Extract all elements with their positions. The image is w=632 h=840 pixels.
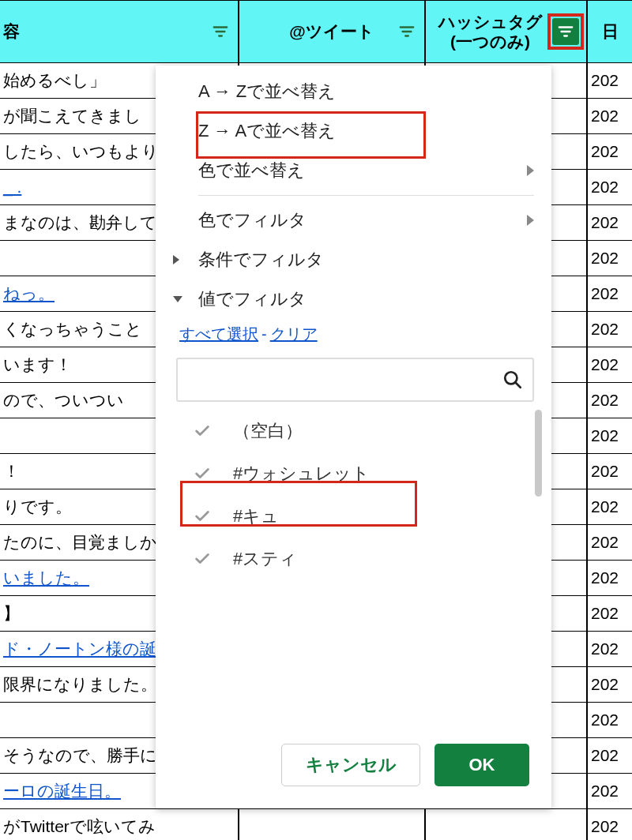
filter-by-condition-label: 条件でフィルタ	[198, 248, 324, 272]
filter-by-value-label: 値でフィルタ	[198, 287, 307, 311]
filter-dropdown-panel: A → Zで並べ替え Z → Aで並べ替え 色で並べ替え 色でフィルタ 条件でフ…	[156, 66, 551, 808]
cell-date[interactable]: 202	[587, 703, 632, 738]
search-icon[interactable]	[502, 369, 523, 390]
header-date[interactable]: 日	[587, 0, 632, 63]
header-content[interactable]: 容	[0, 0, 239, 63]
ok-button[interactable]: OK	[434, 744, 529, 786]
filter-value-label: #スティ	[233, 547, 297, 571]
svg-line-1	[515, 382, 521, 388]
cell-date[interactable]: 202	[587, 809, 632, 840]
filter-value-item[interactable]: #キュ	[176, 495, 540, 538]
cell-date[interactable]: 202	[587, 489, 632, 525]
cell-date[interactable]: 202	[587, 170, 632, 205]
cell-date[interactable]: 202	[587, 738, 632, 774]
cell-date[interactable]: 202	[587, 525, 632, 561]
filter-by-value[interactable]: 値でフィルタ	[156, 279, 551, 319]
filter-by-color-label: 色でフィルタ	[198, 208, 307, 232]
cell-content[interactable]: がTwitterで呟いてみ	[0, 809, 239, 840]
check-icon	[194, 422, 211, 440]
cell-date[interactable]: 202	[587, 418, 632, 454]
cancel-button[interactable]: キャンセル	[281, 744, 420, 786]
check-icon	[194, 465, 211, 482]
header-hashtag[interactable]: ハッシュタグ (一つのみ)	[425, 0, 587, 63]
cell-tweet[interactable]	[239, 809, 425, 840]
filter-by-condition[interactable]: 条件でフィルタ	[156, 240, 551, 279]
filter-search-box[interactable]	[176, 358, 534, 402]
filter-value-item[interactable]: #ウォシュレット	[176, 452, 540, 495]
header-hashtag-line2: (一つのみ)	[450, 32, 530, 51]
cell-date[interactable]: 202	[587, 632, 632, 667]
header-content-label: 容	[3, 21, 20, 43]
cell-hashtag[interactable]	[425, 809, 587, 840]
dialog-button-row: キャンセル OK	[156, 728, 551, 808]
cell-date[interactable]: 202	[587, 347, 632, 383]
sort-by-color-label: 色で並べ替え	[198, 159, 305, 182]
cell-date[interactable]: 202	[587, 596, 632, 632]
cell-date[interactable]: 202	[587, 276, 632, 312]
cell-date[interactable]: 202	[587, 561, 632, 596]
cell-date[interactable]: 202	[587, 99, 632, 134]
filter-icon[interactable]	[397, 22, 416, 41]
filter-value-item[interactable]: #スティ	[176, 538, 540, 580]
chevron-right-icon	[527, 165, 534, 176]
cell-date[interactable]: 202	[587, 454, 632, 489]
filter-value-label: #ウォシュレット	[233, 462, 370, 486]
cell-date[interactable]: 202	[587, 63, 632, 99]
select-all-link[interactable]: すべて選択	[179, 325, 258, 343]
scrollbar-thumb[interactable]	[535, 410, 542, 497]
cell-date[interactable]: 202	[587, 312, 632, 347]
filter-icon[interactable]	[211, 22, 230, 41]
header-date-label: 日	[602, 21, 619, 43]
sort-za[interactable]: Z → Aで並べ替え	[156, 111, 551, 151]
caret-down-icon	[173, 296, 182, 302]
cell-date[interactable]: 202	[587, 383, 632, 418]
header-tweet-label: @ツイート	[289, 21, 374, 43]
filter-search-input[interactable]	[187, 371, 502, 389]
caret-right-icon	[173, 255, 179, 264]
cell-date[interactable]: 202	[587, 205, 632, 241]
cell-date[interactable]: 202	[587, 134, 632, 170]
sort-az[interactable]: A → Zで並べ替え	[156, 72, 551, 111]
sort-az-label: A → Zで並べ替え	[198, 80, 336, 103]
cell-date[interactable]: 202	[587, 667, 632, 703]
table-row: がTwitterで呟いてみ202	[0, 809, 632, 840]
header-hashtag-line1: ハッシュタグ	[438, 12, 543, 32]
cell-date[interactable]: 202	[587, 241, 632, 276]
column-header-row: 容 @ツイート ハッシュタグ (一つのみ) 日	[0, 0, 632, 63]
select-clear-links: すべて選択-クリア	[156, 319, 551, 358]
header-tweet[interactable]: @ツイート	[239, 0, 425, 63]
filter-active-icon[interactable]	[552, 18, 579, 45]
clear-link[interactable]: クリア	[270, 325, 318, 343]
sort-za-label: Z → Aで並べ替え	[198, 119, 336, 143]
filter-value-label: （空白）	[233, 419, 303, 443]
check-icon	[194, 508, 211, 525]
sort-by-color[interactable]: 色で並べ替え	[156, 151, 551, 190]
cell-date[interactable]: 202	[587, 774, 632, 809]
filter-by-color[interactable]: 色でフィルタ	[156, 201, 551, 240]
menu-divider	[198, 195, 534, 196]
filter-value-item[interactable]: （空白）	[176, 410, 540, 452]
chevron-right-icon	[527, 215, 534, 226]
filter-value-list: （空白）#ウォシュレット#キュ#スティ	[176, 410, 540, 580]
filter-active-highlight	[547, 13, 584, 50]
dash-separator: -	[258, 325, 270, 343]
filter-value-label: #キュ	[233, 504, 279, 528]
check-icon	[194, 550, 211, 568]
